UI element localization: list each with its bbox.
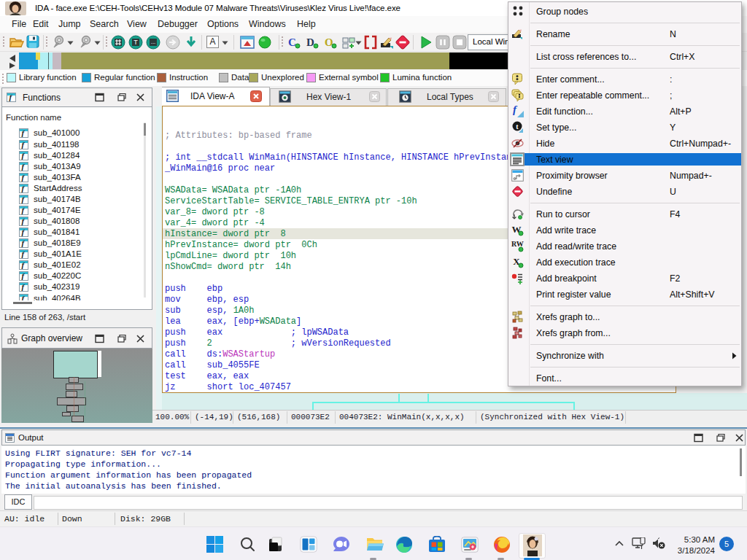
- svg-text:T: T: [133, 39, 138, 46]
- svg-text:...: ...: [151, 39, 156, 45]
